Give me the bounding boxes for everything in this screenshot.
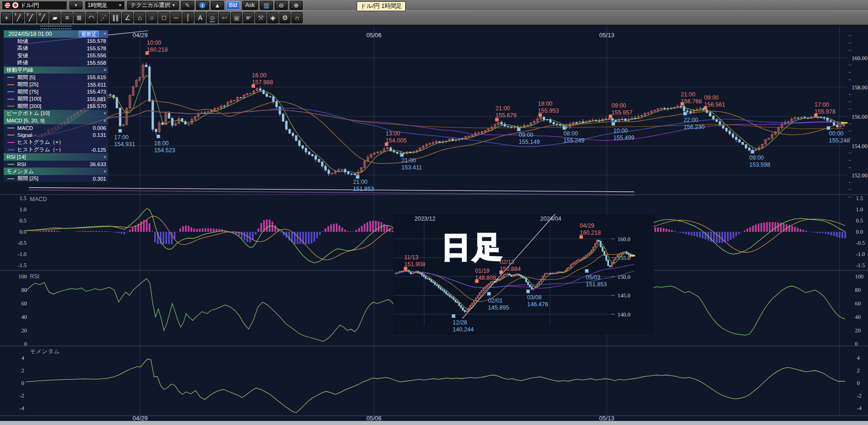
resize-arrow-icon: ↕ xyxy=(292,5,293,8)
hand-tool[interactable]: ☛ xyxy=(243,12,254,23)
close-icon[interactable]: × xyxy=(101,67,106,73)
copy-icon: ▣ xyxy=(233,14,239,21)
vertical-line-icon: │ xyxy=(186,14,190,21)
hand-icon: ☛ xyxy=(246,14,252,21)
chart-canvas[interactable]: 10:00160.21816:00157.98813:00154.00521:0… xyxy=(0,0,868,425)
trendline3-tool[interactable]: ╱3 xyxy=(37,12,48,23)
svg-text:-1.5: -1.5 xyxy=(856,262,865,269)
svg-text:155.957: 155.957 xyxy=(611,109,632,116)
close-icon[interactable]: × xyxy=(101,169,106,174)
timeframe-select[interactable]: 1時間足 ▼ xyxy=(85,1,125,10)
data-window[interactable]: 2024/05/18 01:00最新足×始値155.578高値155.578安値… xyxy=(4,26,108,182)
bar-chart-mode-button[interactable]: ▥ xyxy=(260,1,273,10)
trendline2-tool[interactable]: ╱2 xyxy=(25,12,36,23)
indicator-row: 期間 [25]0.301 xyxy=(4,175,108,182)
svg-text:-1.5: -1.5 xyxy=(18,262,27,269)
fibo-arc-tool[interactable]: ◠ xyxy=(86,12,97,23)
zoom-in-button[interactable]: ⊕↕ xyxy=(290,1,303,10)
indicator-label: 期間 [100] xyxy=(17,95,41,102)
angle-line-icon: ∠ xyxy=(125,14,131,21)
crosshair-tool[interactable]: + xyxy=(1,12,12,23)
close-icon[interactable]: × xyxy=(101,118,106,123)
technical-select-button[interactable]: テクニカル選択 ▼ xyxy=(127,1,179,10)
zoom-out-button[interactable]: ⊖↕ xyxy=(275,1,288,10)
svg-text:100: 100 xyxy=(855,273,863,280)
parallel-lines-tool[interactable]: ≣ xyxy=(74,12,85,23)
chart-type-mountain-button[interactable]: ▲ xyxy=(211,1,224,10)
line-color-swatch xyxy=(7,91,14,92)
line-color-swatch xyxy=(7,84,14,85)
undo-tool[interactable]: ↩ xyxy=(219,12,230,23)
magnet-tool[interactable]: ∩ xyxy=(292,12,303,23)
horizontal-scrollbar[interactable] xyxy=(0,421,868,425)
info-button[interactable]: i xyxy=(196,1,209,10)
svg-text:01/19: 01/19 xyxy=(475,268,489,274)
svg-text:155.499: 155.499 xyxy=(613,135,634,141)
fibo-retracement-icon: ≡ xyxy=(65,14,69,21)
rectangle-tool[interactable]: □ xyxy=(158,12,170,23)
svg-text:20: 20 xyxy=(855,327,861,334)
fan-lines-tool[interactable]: ⋰ xyxy=(98,12,109,23)
horizontal-line-tool[interactable]: ─ xyxy=(170,12,182,23)
trendline xyxy=(29,190,634,195)
vertical-line-tool[interactable]: │ xyxy=(183,12,194,23)
daily-inset-chart[interactable]: 160.0155.0150.0145.0140.02023/122024/041… xyxy=(393,214,653,334)
svg-text:153.598: 153.598 xyxy=(749,162,770,168)
circle-tool[interactable]: ○ xyxy=(146,12,157,23)
us-flag-icon xyxy=(5,2,10,8)
indicator-label: 期間 [25] xyxy=(17,81,38,88)
indicator-row: 終値155.558 xyxy=(4,59,108,67)
eraser-tool[interactable]: ◈ xyxy=(267,12,278,23)
trading-app: 10:00160.21816:00157.98813:00154.00521:0… xyxy=(0,0,868,425)
line-color-swatch xyxy=(7,164,14,165)
svg-text:60: 60 xyxy=(21,300,27,307)
trendline1-tool[interactable]: ╱1 xyxy=(13,12,24,23)
svg-text:0.5: 0.5 xyxy=(856,217,863,224)
svg-text:05/03: 05/03 xyxy=(586,274,600,281)
bid-button[interactable]: Bid xyxy=(226,1,240,10)
copy-tool[interactable]: ▣ xyxy=(231,12,242,23)
indicator-value: 155.556 xyxy=(87,53,106,58)
indicator-value: 155.578 xyxy=(87,38,106,44)
angle-line-tool[interactable]: ∠ xyxy=(122,12,133,23)
line-color-swatch xyxy=(7,128,14,128)
svg-text:154.523: 154.523 xyxy=(154,147,175,154)
svg-text:21:00: 21:00 xyxy=(681,91,695,98)
momentum-panel[interactable]: 442200-2-2-4-4モメンタム xyxy=(20,348,862,413)
data-window-drag-handle[interactable] xyxy=(41,26,71,29)
swing-marker xyxy=(585,270,589,273)
chevron-down-icon: ▼ xyxy=(118,3,122,7)
svg-text:04/29: 04/29 xyxy=(580,223,594,229)
svg-text:152.00: 152.00 xyxy=(852,172,868,179)
svg-text:40: 40 xyxy=(21,314,27,320)
draw-pencil-button[interactable]: ✎ xyxy=(181,1,194,10)
pentagon-tool[interactable]: ⌂ xyxy=(134,12,145,23)
section-title: モメンタム xyxy=(7,168,34,175)
rectangle-icon: □ xyxy=(162,14,166,21)
ask-button[interactable]: Ask xyxy=(242,1,258,10)
wrench-tool[interactable]: ⚒ xyxy=(255,12,266,23)
svg-text:156.561: 156.561 xyxy=(704,101,725,108)
close-icon[interactable]: × xyxy=(101,155,106,160)
latest-bar-button[interactable]: 最新足 xyxy=(79,31,99,37)
settings-list-tool[interactable]: ⚙ xyxy=(279,12,291,23)
svg-text:13:00: 13:00 xyxy=(386,130,400,137)
timeframe-label: 1時間足 xyxy=(88,1,108,9)
close-icon[interactable]: × xyxy=(101,111,106,116)
text-tool[interactable]: A xyxy=(195,12,206,23)
swing-marker xyxy=(356,175,359,179)
time-zone-tool[interactable]: ∥∥ xyxy=(110,12,121,23)
parallel-lines-icon: ≣ xyxy=(76,14,82,21)
icon-stamp-tool[interactable]: ☺icon xyxy=(207,12,218,23)
currency-pair-dropdown-button[interactable]: ▼ xyxy=(69,1,82,9)
currency-pair-select[interactable]: ドル/円 xyxy=(2,1,67,10)
svg-text:モメンタム: モメンタム xyxy=(30,348,60,355)
ruler-tool[interactable]: ▰ xyxy=(49,12,61,23)
close-icon[interactable]: × xyxy=(101,31,106,36)
indicator-value: 0.006 xyxy=(93,125,106,131)
svg-text:04/29: 04/29 xyxy=(133,32,148,39)
svg-text:154.931: 154.931 xyxy=(114,141,135,148)
section-title: MACD [5, 20, 9] xyxy=(7,118,45,123)
fibo-retracement-tool[interactable]: ≡ xyxy=(61,12,73,23)
line-color-swatch xyxy=(7,106,14,107)
